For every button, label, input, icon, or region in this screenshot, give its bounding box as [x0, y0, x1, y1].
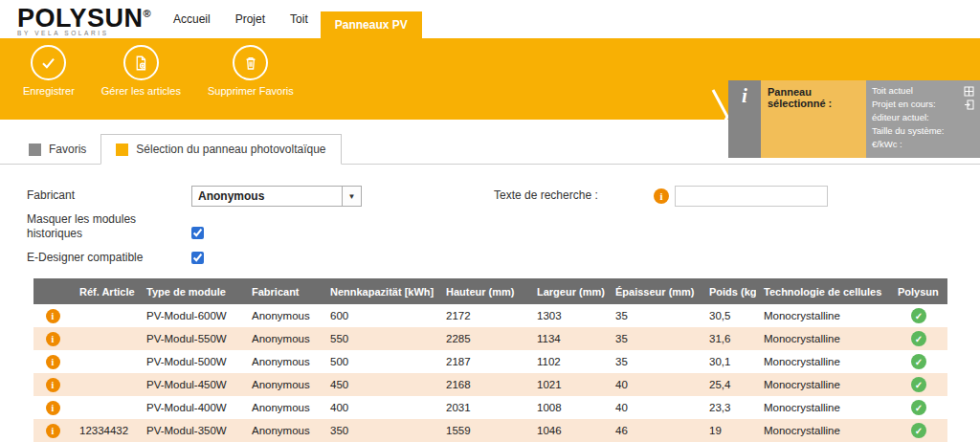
cell-weight: 19 — [702, 419, 756, 442]
toolbar-buttons: Enregistrer Gérer les articles Supprimer… — [10, 45, 307, 97]
check-circle-icon — [31, 45, 66, 80]
nav-item[interactable]: Accueil — [161, 0, 223, 38]
cell-height: 2285 — [438, 327, 529, 350]
table-row[interactable]: i PV-Modul-400W Anonymous 400 2031 1008 … — [33, 396, 947, 419]
polysun-check-icon: ✓ — [911, 400, 926, 415]
cell-thickness: 35 — [608, 350, 702, 373]
nav-item[interactable]: Panneaux PV — [321, 11, 422, 38]
chevron-down-icon[interactable]: ▼ — [342, 187, 361, 206]
table-body: i PV-Modul-600W Anonymous 600 2172 1303 … — [33, 304, 947, 442]
manage-articles-button[interactable]: Gérer les articles — [88, 45, 194, 97]
row-info-icon[interactable]: i — [46, 309, 60, 323]
edesigner-checkbox[interactable] — [191, 252, 204, 264]
table-row[interactable]: i PV-Modul-500W Anonymous 500 2187 1102 … — [33, 350, 947, 373]
tab-panel-selection[interactable]: Sélection du panneau photovoltaïque — [100, 134, 341, 165]
cell-height: 1559 — [438, 419, 529, 442]
polysun-check-icon: ✓ — [911, 377, 926, 392]
nav-item[interactable]: Projet — [223, 0, 278, 38]
cell-technology: Monocrystalline — [756, 350, 890, 373]
cell-width: 1021 — [529, 373, 608, 396]
row-info-icon[interactable]: i — [46, 355, 60, 369]
table-row[interactable]: i PV-Modul-600W Anonymous 600 2172 1303 … — [33, 304, 947, 327]
search-info-icon[interactable]: i — [654, 188, 669, 204]
nav-item[interactable]: Toit — [278, 0, 321, 38]
table-row[interactable]: i 12334432 PV-Modul-350W Anonymous 350 1… — [33, 419, 947, 442]
cell-manufacturer: Anonymous — [244, 304, 323, 327]
logo-text: POLYSUN® — [17, 0, 151, 32]
cell-thickness: 40 — [608, 396, 702, 419]
cell-manufacturer: Anonymous — [244, 419, 323, 442]
yellow-square-icon — [116, 144, 128, 156]
manufacturer-select-value: Anonymous — [192, 187, 342, 206]
gray-square-icon — [29, 144, 41, 156]
registered-mark: ® — [144, 8, 152, 19]
cell-module-type: PV-Modul-400W — [139, 396, 244, 419]
cell-capacity: 500 — [323, 350, 438, 373]
cell-weight: 30,5 — [702, 304, 756, 327]
table-row[interactable]: i PV-Modul-550W Anonymous 550 2285 1134 … — [33, 327, 947, 350]
column-header: Type de module — [139, 278, 244, 304]
status-line-project: Projet en cours: — [872, 98, 974, 111]
column-header: Épaisseur (mm) — [608, 278, 702, 304]
save-button-label: Enregistrer — [23, 85, 75, 97]
cell-technology: Monocrystalline — [756, 327, 890, 350]
panel-grid-icon — [964, 86, 974, 97]
nav-item-label: Toit — [290, 12, 308, 26]
exit-door-icon — [964, 99, 974, 110]
table-row[interactable]: i PV-Modul-450W Anonymous 450 2168 1021 … — [33, 373, 947, 396]
cell-width: 1008 — [529, 396, 608, 419]
polysun-check-icon: ✓ — [911, 331, 926, 346]
column-header: Poids (kg) — [702, 278, 756, 304]
edesigner-label: E-Designer compatible — [27, 251, 143, 264]
cell-weight: 23,3 — [702, 396, 756, 419]
cell-width: 1303 — [529, 304, 608, 327]
status-project-label: Projet en cours: — [872, 98, 936, 111]
status-line-editor: éditeur actuel: — [872, 111, 974, 124]
status-size-label: Taille du système: — [872, 124, 945, 138]
cell-height: 2031 — [438, 396, 529, 419]
status-roof-label: Toit actuel — [872, 84, 913, 98]
tab-favoris[interactable]: Favoris — [14, 134, 100, 165]
cell-technology: Monocrystalline — [756, 419, 890, 442]
row-info-icon[interactable]: i — [46, 332, 60, 346]
search-input[interactable] — [675, 186, 828, 207]
cell-capacity: 600 — [323, 304, 438, 327]
row-info-icon[interactable]: i — [46, 424, 60, 438]
save-button[interactable]: Enregistrer — [10, 45, 88, 97]
cell-manufacturer: Anonymous — [244, 396, 323, 419]
cell-width: 1134 — [529, 327, 608, 350]
info-block-icon: i — [728, 80, 761, 158]
hide-historic-label: Masquer les modules historiques — [27, 212, 172, 241]
cell-ref-article: 12334432 — [72, 419, 139, 442]
selected-panel-box: Panneau sélectionné : — [761, 80, 866, 158]
cell-technology: Monocrystalline — [756, 373, 890, 396]
manufacturer-label: Fabricant — [27, 188, 75, 202]
column-header: Nennkapazität [kWh] — [323, 278, 438, 304]
cell-weight: 31,6 — [702, 327, 756, 350]
trash-icon — [233, 45, 268, 80]
polysun-check-icon: ✓ — [911, 308, 926, 323]
column-header: Polysun — [890, 278, 947, 304]
row-info-icon[interactable]: i — [46, 401, 60, 415]
cell-technology: Monocrystalline — [756, 304, 890, 327]
search-label: Texte de recherche : — [494, 188, 598, 202]
column-header: Réf. Article — [72, 278, 139, 304]
cell-ref-article — [72, 327, 139, 350]
cell-module-type: PV-Modul-550W — [139, 327, 244, 350]
cell-capacity: 350 — [323, 419, 438, 442]
polysun-check-icon: ✓ — [911, 423, 926, 438]
cell-ref-article — [72, 350, 139, 373]
status-line-cost: €/kWc : — [872, 138, 974, 151]
polysun-check-icon: ✓ — [911, 354, 926, 369]
manufacturer-select[interactable]: Anonymous ▼ — [191, 186, 362, 207]
row-info-icon[interactable]: i — [46, 378, 60, 392]
cell-manufacturer: Anonymous — [244, 350, 323, 373]
hide-historic-checkbox[interactable] — [191, 227, 204, 239]
cell-width: 1102 — [529, 350, 608, 373]
cell-width: 1046 — [529, 419, 608, 442]
delete-favorites-button[interactable]: Supprimer Favoris — [194, 45, 307, 97]
tab-favoris-label: Favoris — [49, 143, 86, 156]
status-line-roof: Toit actuel — [872, 84, 974, 98]
cell-height: 2172 — [438, 304, 529, 327]
polysun-logo: POLYSUN® BY VELA SOLARIS — [17, 0, 151, 36]
